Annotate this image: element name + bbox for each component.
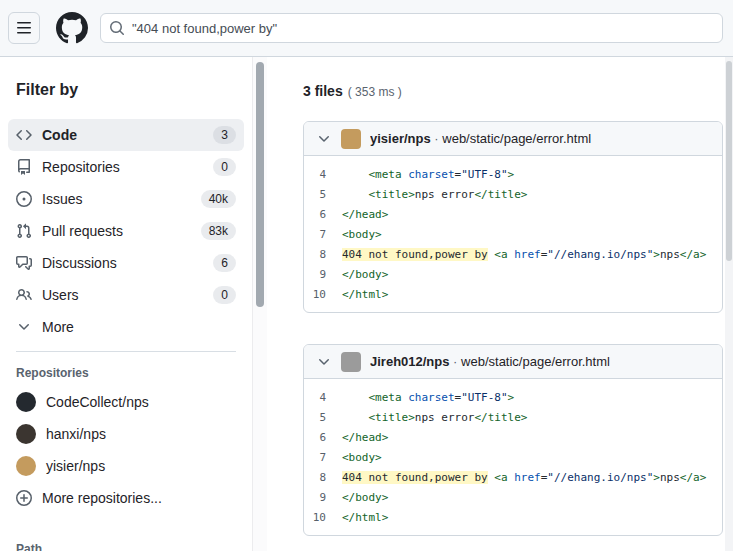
sidebar-item-repositories[interactable]: Repositories0 xyxy=(8,151,244,183)
line-number: 7 xyxy=(304,225,342,245)
sidebar-item-discussions[interactable]: Discussions6 xyxy=(8,247,244,279)
result-file-path[interactable]: web/static/page/error.html xyxy=(461,354,610,369)
code-token: > xyxy=(653,471,660,484)
search-icon xyxy=(109,20,125,36)
code-line: 6</head> xyxy=(304,428,722,448)
results-count: 3 files xyxy=(303,83,343,99)
result-header: yisier/nps · web/static/page/error.html xyxy=(304,122,722,156)
sidebar-item-code[interactable]: Code3 xyxy=(8,119,244,151)
collapse-toggle[interactable] xyxy=(316,131,332,147)
result-file-path[interactable]: web/static/page/error.html xyxy=(442,131,591,146)
code-text: </head> xyxy=(342,205,388,225)
code-text: </html> xyxy=(342,508,388,528)
results-header: 3 files ( 353 ms ) xyxy=(303,83,725,99)
line-number: 4 xyxy=(304,388,342,408)
sidebar-item-more[interactable]: More xyxy=(8,311,244,343)
repo-avatar xyxy=(16,392,36,412)
line-number: 8 xyxy=(304,468,342,488)
line-number: 5 xyxy=(304,408,342,428)
sidebar-scrollbar-thumb[interactable] xyxy=(256,62,264,307)
line-number: 10 xyxy=(304,508,342,528)
count-badge: 83k xyxy=(201,222,236,240)
code-token: > xyxy=(508,168,515,181)
code-token: </title> xyxy=(474,188,527,201)
code-text: </head> xyxy=(342,428,388,448)
path-section-heading: Path xyxy=(0,542,252,551)
sidebar-item-label: Repositories xyxy=(42,159,120,175)
line-number: 4 xyxy=(304,165,342,185)
page-scrollbar[interactable] xyxy=(725,57,733,551)
code-token xyxy=(342,391,369,404)
result-header: Jireh012/nps · web/static/page/error.htm… xyxy=(304,345,722,379)
repo-avatar xyxy=(16,456,36,476)
three-bars-icon xyxy=(16,20,32,36)
sidebar-item-pull-requests[interactable]: Pull requests83k xyxy=(8,215,244,247)
search-input[interactable] xyxy=(132,21,714,36)
count-badge: 3 xyxy=(213,126,236,144)
result-title[interactable]: Jireh012/nps · web/static/page/error.htm… xyxy=(370,354,610,369)
more-repositories-label: More repositories... xyxy=(42,490,162,506)
collapse-toggle[interactable] xyxy=(316,354,332,370)
repo-icon xyxy=(16,159,32,175)
code-text: <body> xyxy=(342,225,382,245)
code-token: </a> xyxy=(680,248,707,261)
code-line: 8404 not found,power by <a href="//ehang… xyxy=(304,245,722,265)
result-repo-name[interactable]: yisier/nps xyxy=(370,131,431,146)
code-text: <title>nps error</title> xyxy=(342,408,527,428)
repo-avatar xyxy=(341,352,361,372)
code-token: charset xyxy=(408,391,454,404)
repo-avatar xyxy=(16,424,36,444)
repo-name: yisier/nps xyxy=(46,458,105,474)
code-line: 5 <title>nps error</title> xyxy=(304,408,722,428)
code-token: <body> xyxy=(342,228,382,241)
sidebar-item-issues[interactable]: Issues40k xyxy=(8,183,244,215)
git-pull-request-icon xyxy=(16,223,32,239)
page-scrollbar-thumb[interactable] xyxy=(726,61,732,261)
code-token: </body> xyxy=(342,491,388,504)
code-snippet[interactable]: 4 <meta charset="UTF-8">5 <title>nps err… xyxy=(304,379,722,535)
result-repo-name[interactable]: Jireh012/nps xyxy=(370,354,450,369)
chevron-down-icon xyxy=(316,131,332,147)
comment-discussion-icon xyxy=(16,255,32,271)
more-repositories-button[interactable]: More repositories... xyxy=(8,482,244,514)
line-number: 5 xyxy=(304,185,342,205)
line-number: 9 xyxy=(304,488,342,508)
code-token: href xyxy=(514,471,541,484)
code-token xyxy=(342,411,369,424)
filter-sidebar: Filter by Code3Repositories0Issues40kPul… xyxy=(0,57,252,551)
code-token: </html> xyxy=(342,288,388,301)
divider xyxy=(16,351,236,352)
code-text: <title>nps error</title> xyxy=(342,185,527,205)
sidebar-scrollbar[interactable] xyxy=(252,57,267,551)
code-token xyxy=(342,188,369,201)
search-bar[interactable] xyxy=(100,13,723,43)
sidebar-item-label: Issues xyxy=(42,191,82,207)
code-line: 5 <title>nps error</title> xyxy=(304,185,722,205)
result-title[interactable]: yisier/nps · web/static/page/error.html xyxy=(370,131,591,146)
more-label: More xyxy=(42,319,74,335)
code-snippet[interactable]: 4 <meta charset="UTF-8">5 <title>nps err… xyxy=(304,156,722,312)
line-number: 7 xyxy=(304,448,342,468)
hamburger-menu-button[interactable] xyxy=(8,12,40,44)
line-number: 8 xyxy=(304,245,342,265)
code-token: </head> xyxy=(342,208,388,221)
line-number: 9 xyxy=(304,265,342,285)
code-token: </body> xyxy=(342,268,388,281)
code-token: <meta xyxy=(369,168,402,181)
code-token: nps xyxy=(660,471,680,484)
github-logo[interactable] xyxy=(56,12,88,44)
code-line: 4 <meta charset="UTF-8"> xyxy=(304,388,722,408)
sidebar-item-users[interactable]: Users0 xyxy=(8,279,244,311)
topbar xyxy=(0,0,733,57)
sidebar-repo-item[interactable]: yisier/nps xyxy=(8,450,244,482)
sidebar-repo-item[interactable]: hanxi/nps xyxy=(8,418,244,450)
code-line: 8404 not found,power by <a href="//ehang… xyxy=(304,468,722,488)
code-token: <body> xyxy=(342,451,382,464)
code-token: "UTF-8" xyxy=(461,391,507,404)
code-text: <meta charset="UTF-8"> xyxy=(342,388,514,408)
repositories-heading: Repositories xyxy=(0,360,252,386)
results-list: yisier/nps · web/static/page/error.html4… xyxy=(303,121,725,536)
sidebar-repo-item[interactable]: CodeCollect/nps xyxy=(8,386,244,418)
filter-by-title: Filter by xyxy=(0,81,252,99)
code-text: 404 not found,power by <a href="//ehang.… xyxy=(342,468,706,488)
